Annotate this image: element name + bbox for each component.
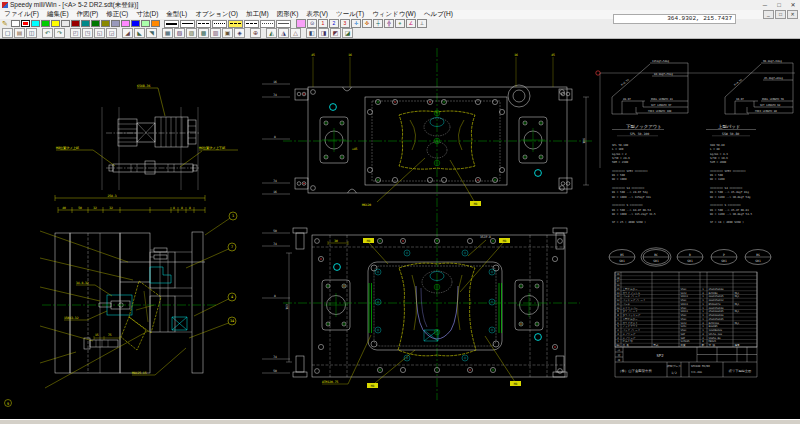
scale-1-button[interactable]: 1: [318, 19, 328, 28]
svg-text:45: 45: [551, 53, 555, 57]
color-swatch[interactable]: [111, 20, 120, 27]
toolbar-button-select[interactable]: ◢: [122, 28, 133, 38]
toolbar-button-line[interactable]: ▦: [162, 28, 173, 38]
toolbar-button-scale[interactable]: △: [290, 28, 301, 38]
toolbar-button-zoom-in[interactable]: ◳: [82, 28, 93, 38]
svg-text:焼入: 焼入: [735, 309, 741, 313]
toolbar-button-move[interactable]: ◣: [134, 28, 145, 38]
svg-text:SUJ2: SUJ2: [681, 292, 688, 295]
line-style-button[interactable]: [180, 20, 195, 28]
menu-item[interactable]: 表示(V): [302, 10, 332, 19]
menu-item[interactable]: 加工(M): [242, 10, 273, 19]
svg-text:4: 4: [702, 333, 704, 336]
toolbar-button-zoom-out[interactable]: ◱: [94, 28, 105, 38]
color-swatch[interactable]: [101, 20, 110, 27]
toolbar-button-open[interactable]: ▤: [14, 28, 25, 38]
menu-item[interactable]: 寸法(D): [132, 10, 162, 19]
menu-item[interactable]: ツール(T): [332, 10, 368, 19]
line-style-button[interactable]: [260, 20, 275, 28]
line-style-button[interactable]: [228, 20, 243, 28]
svg-text:W2 = 1200: W2 = 1200: [710, 177, 725, 181]
menu-item[interactable]: 金型(L): [162, 10, 191, 19]
toolbar-button-new[interactable]: ▢: [2, 28, 13, 38]
svg-text:163: 163: [285, 304, 289, 310]
svg-text:S01: S01: [619, 259, 625, 263]
line-style-button[interactable]: [244, 20, 259, 28]
toolbar-button-rect[interactable]: ▥: [210, 28, 221, 38]
mdi-restore-button[interactable]: □: [775, 10, 786, 19]
toolbar-button-zoom-fit[interactable]: ◲: [106, 28, 117, 38]
toolbar-button-pan[interactable]: ◥: [146, 28, 157, 38]
menu-item[interactable]: オプション(O): [191, 10, 242, 19]
svg-text:B: B: [689, 253, 691, 257]
svg-text:M8: M8: [474, 202, 478, 206]
toolbar-button-grid[interactable]: ◨: [318, 28, 329, 38]
svg-text:焼入: 焼入: [735, 302, 741, 306]
minimize-button[interactable]: ─: [758, 0, 772, 10]
color-swatch[interactable]: [11, 20, 20, 27]
zoom-tool-button[interactable]: ⊙: [307, 19, 317, 28]
toolbar-button-mirror[interactable]: ◭: [266, 28, 277, 38]
svg-text:SKD11: SKD11: [681, 303, 689, 306]
toolbar-button-undo[interactable]: ↶: [42, 28, 53, 38]
color-swatch[interactable]: [81, 20, 90, 27]
scale-3-button[interactable]: 3: [340, 19, 350, 28]
close-button[interactable]: ✕: [786, 0, 800, 10]
color-swatch[interactable]: [41, 20, 50, 27]
toolbar-button-save[interactable]: ◫: [26, 28, 37, 38]
toolbar-button-settings[interactable]: ◪: [342, 28, 353, 38]
toolbar-button-hatch[interactable]: ◈: [234, 28, 245, 38]
color-swatch[interactable]: [131, 20, 140, 27]
pencil-icon[interactable]: ✎: [2, 19, 11, 28]
line-style-button[interactable]: [196, 20, 211, 28]
snap-perp-button[interactable]: ⊥: [417, 19, 427, 28]
drawing-canvas[interactable]: 65X8-36 M8位置決メ上部 M6位置決メ上下部 258.3 40 50 3…: [0, 38, 800, 420]
mdi-minimize-button[interactable]: _: [763, 10, 774, 19]
color-swatch[interactable]: [51, 20, 60, 27]
toolbar-button-measure[interactable]: ⊕: [250, 28, 261, 38]
maximize-button[interactable]: □: [772, 0, 786, 10]
toolbar-button-arc[interactable]: ▨: [186, 28, 197, 38]
menu-item[interactable]: 作図(P): [73, 10, 103, 19]
line-style-button[interactable]: [212, 20, 227, 28]
snap-angle-button[interactable]: ∠: [406, 19, 416, 28]
line-style-button[interactable]: [164, 20, 179, 28]
color-swatch[interactable]: [71, 20, 80, 27]
svg-text:1: 1: [702, 288, 704, 291]
svg-text:1: 1: [702, 329, 704, 332]
svg-text:S50C: S50C: [681, 318, 688, 321]
color-swatch[interactable]: [151, 20, 160, 27]
line-style-button[interactable]: [276, 20, 291, 28]
color-swatch[interactable]: [31, 20, 40, 27]
guide-bars: [369, 283, 502, 333]
toolbar-button-text[interactable]: ▣: [222, 28, 233, 38]
menu-item[interactable]: 編集(E): [43, 10, 73, 19]
coordinate-display: 364.9302, 215.7437: [613, 14, 736, 24]
menu-item[interactable]: ウィンドウ(W): [368, 10, 420, 19]
menu-item[interactable]: ファイル(F): [0, 10, 43, 19]
origin-marker: [596, 71, 600, 75]
snap-end-button[interactable]: ✜: [362, 19, 372, 28]
snap-point-button[interactable]: ⌖: [395, 19, 405, 28]
snap-mid-button[interactable]: ┼: [373, 19, 383, 28]
snap-center-button[interactable]: ╬: [384, 19, 394, 28]
color-swatch[interactable]: [91, 20, 100, 27]
menu-item[interactable]: 修正(C): [102, 10, 132, 19]
snap-grid-button[interactable]: ✛: [351, 19, 361, 28]
toolbar-button-layer[interactable]: ◧: [306, 28, 317, 38]
toolbar-button-redo[interactable]: ↷: [54, 28, 65, 38]
toolbar-button-rotate[interactable]: ◮: [278, 28, 289, 38]
toolbar-button-zoom-window[interactable]: ◰: [70, 28, 81, 38]
color-pink-button[interactable]: [296, 19, 306, 28]
toolbar-button-polyline[interactable]: ▩: [198, 28, 209, 38]
color-swatch[interactable]: [141, 20, 150, 27]
color-swatch[interactable]: [21, 20, 30, 27]
menu-item[interactable]: ヘルプ(H): [420, 10, 457, 19]
color-swatch[interactable]: [61, 20, 70, 27]
menu-item[interactable]: 図形(K): [273, 10, 303, 19]
toolbar-button-snap[interactable]: ◩: [330, 28, 341, 38]
toolbar-button-circle[interactable]: ▧: [174, 28, 185, 38]
color-swatch[interactable]: [121, 20, 130, 27]
mdi-close-button[interactable]: ✕: [787, 10, 798, 19]
scale-2-button[interactable]: 2: [329, 19, 339, 28]
